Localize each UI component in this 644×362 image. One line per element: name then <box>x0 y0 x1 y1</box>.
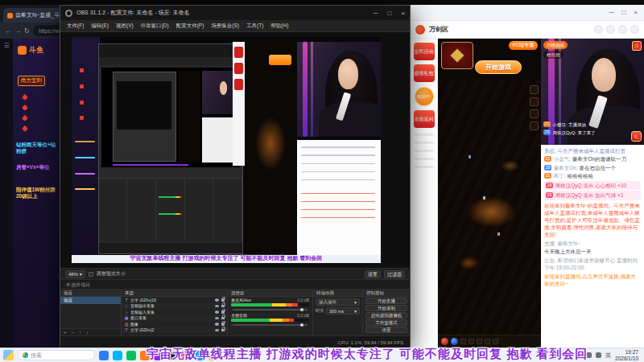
close-icon[interactable]: × <box>634 9 638 16</box>
game-sprite <box>497 232 500 236</box>
zoom-level-dropdown[interactable]: 48% ▾ <box>65 270 85 278</box>
source-row[interactable]: ♪ 音频输出采集 <box>122 303 227 310</box>
duration-input[interactable]: 300 ms ▾ <box>326 307 360 315</box>
visibility-icon[interactable] <box>215 323 219 326</box>
menu-docks[interactable]: 停靠窗口(D) <box>141 23 169 30</box>
move-up-icon[interactable]: ↑ <box>79 330 81 335</box>
promo-limit-badge[interactable]: 限10个 <box>415 87 434 106</box>
obs-preview[interactable]: 宇宙无敌单线程主播 打游戏的时候太专注了 可能不能及时回复 抱歉 看到会回 <box>60 32 410 268</box>
remove-scene-icon[interactable]: − <box>72 330 75 335</box>
channel-db: 0.0 dB <box>298 313 309 318</box>
text-source-icon: T <box>124 327 129 332</box>
back-icon[interactable]: ← <box>5 27 11 35</box>
channel-db: 0.0 dB <box>298 298 309 302</box>
stepper-icons[interactable]: ▾ <box>354 309 357 314</box>
menu-edit[interactable]: 编辑(E) <box>91 23 109 30</box>
lock-icon[interactable] <box>221 317 225 320</box>
desktop: 晋希文N~直播_斗鱼 × + ← → ↻ https://www.douyu.c… <box>0 0 644 362</box>
transition-select[interactable]: 淡入淡出 ▾ <box>316 298 360 306</box>
visibility-icon[interactable] <box>215 311 219 314</box>
source-row[interactable]: ♪ 音频输入采集 <box>122 309 227 315</box>
start-recording-button[interactable]: 开始录制 <box>365 305 407 311</box>
stream-badge-moderator: 房管+Vx+等位 <box>16 164 58 171</box>
visibility-icon[interactable] <box>215 329 219 332</box>
item-slot[interactable] <box>469 339 474 344</box>
customer-service-icon[interactable] <box>618 25 627 34</box>
lock-icon[interactable] <box>221 311 225 314</box>
menu-icon[interactable]: ☰ <box>3 42 9 49</box>
close-icon[interactable]: × <box>401 10 405 17</box>
gift-username[interactable]: 周铁汉QyQ <box>555 183 582 188</box>
promo-card-recharge[interactable]: 充值返利 <box>414 110 435 128</box>
chat-username[interactable]: 小盒气: <box>554 156 571 162</box>
volume-slider[interactable] <box>233 324 308 326</box>
lock-icon[interactable] <box>221 323 225 326</box>
source-row[interactable]: ▣ 窗口采集 <box>122 315 227 322</box>
visibility-icon[interactable] <box>215 317 219 320</box>
lock-icon[interactable] <box>221 329 225 332</box>
obs-titlebar[interactable]: OBS 31.1.2 - 配置文件: 未命名 - 场景: 未命名 ─ □ × <box>60 6 410 20</box>
move-down-icon[interactable]: ↓ <box>86 330 89 335</box>
start-game-button[interactable]: 开始游戏 <box>475 60 522 74</box>
promo-card-bundle[interactable]: 超值礼包 <box>414 64 435 82</box>
visibility-icon[interactable] <box>215 305 219 308</box>
add-scene-icon[interactable]: + <box>64 330 67 335</box>
refresh-icon[interactable] <box>606 25 615 34</box>
source-row[interactable]: T 文字 (GDI+)2 <box>122 327 227 334</box>
studio-mode-button[interactable]: 工作室模式 <box>365 319 407 326</box>
minimize-icon[interactable]: ─ <box>374 10 378 17</box>
start-streaming-button[interactable]: 开始直播 <box>365 298 407 304</box>
anniversary-badge[interactable]: 庆 <box>632 41 642 51</box>
more-icon[interactable] <box>630 25 639 34</box>
lock-icon[interactable] <box>221 305 225 308</box>
fit-preview-checkbox[interactable] <box>89 272 93 277</box>
mixer-dock: 混音器 麦克风/Aux0.0 dB 桌面音频0.0 dB <box>228 289 313 335</box>
menu-profile[interactable]: 配置文件(P) <box>176 23 204 30</box>
menu-view[interactable]: 视图(V) <box>116 23 134 30</box>
gift-box-icon[interactable]: 礼 <box>631 131 642 142</box>
level-badge: 21 <box>544 173 551 179</box>
pc-exclusive-pill[interactable]: PC端专属 <box>509 41 538 50</box>
item-slot[interactable] <box>460 339 466 344</box>
minimize-icon[interactable]: ─ <box>609 9 614 16</box>
search-input[interactable]: 搜索 <box>18 350 95 360</box>
item-slot[interactable] <box>477 339 482 344</box>
source-row[interactable]: ▨ 图像 <box>122 321 227 327</box>
source-row[interactable]: T 文字 (GDI+)15 <box>122 297 227 303</box>
menu-file[interactable]: 文件(F) <box>67 23 84 30</box>
gift-username[interactable]: 周铁汉QyQ <box>555 192 582 198</box>
forward-icon[interactable]: → <box>14 27 21 35</box>
reload-icon[interactable]: ↻ <box>24 27 30 35</box>
virtual-camera-button[interactable]: 启动虚拟摄像机 <box>365 312 407 319</box>
widgets-weather-icon[interactable] <box>3 350 14 360</box>
scene-list-item[interactable]: 场景 <box>60 297 121 304</box>
game-launcher-window: ─ □ × 万剑区 全民活动 超值礼包 限10个 充值返利 <box>411 5 644 348</box>
menu-scene-collection[interactable]: 场景集合(S) <box>211 23 239 30</box>
obs-window-title: OBS 31.1.2 - 配置文件: 未命名 - 场景: 未命名 <box>76 9 369 17</box>
visibility-icon[interactable] <box>215 298 219 302</box>
promo-list-line <box>415 158 434 160</box>
filters-button[interactable]: 过滤器 <box>384 270 405 278</box>
volume-slider[interactable] <box>233 309 308 311</box>
settings-button[interactable]: 设置 <box>365 327 407 333</box>
gift-message: 29 周铁汉QyQ 送出 心心相印 ×10 <box>544 181 641 190</box>
welcome-message: 欢迎来到直播间,点点关注不迷路,感谢大家的支持~ <box>544 273 641 288</box>
menu-help[interactable]: 帮助(H) <box>270 23 288 30</box>
chat-username[interactable]: 晋希文On: <box>554 165 578 171</box>
game-menu-icons[interactable] <box>530 85 539 130</box>
item-slot[interactable] <box>485 339 490 344</box>
properties-button[interactable]: 设置 <box>365 270 381 278</box>
fan-club-pill[interactable]: 粉丝团 <box>543 51 564 59</box>
share-icon[interactable] <box>594 25 603 34</box>
lock-icon[interactable] <box>221 298 225 302</box>
maximize-icon[interactable]: □ <box>387 10 391 17</box>
chat-text: 晋希文On的邀请砍一刀 <box>572 156 626 162</box>
menu-tools[interactable]: 工具(T) <box>246 23 263 30</box>
maximize-icon[interactable]: □ <box>621 9 625 16</box>
douyu-logo[interactable]: 斗鱼 <box>18 45 43 56</box>
chat-username[interactable]: 布丁: <box>554 173 566 179</box>
item-slot[interactable] <box>493 339 498 344</box>
browser-sidebar[interactable]: ☰ <box>0 39 13 348</box>
promo-card-activity[interactable]: 全民活动 <box>414 43 435 60</box>
rank-challenge-pill[interactable]: 日榜挑战 <box>543 41 568 49</box>
